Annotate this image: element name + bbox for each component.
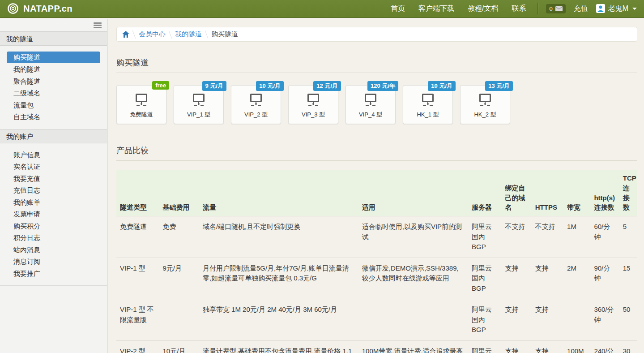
envelope-icon — [555, 6, 563, 11]
table-cell: 支持 — [532, 258, 563, 299]
price-badge: 13 元/月 — [485, 81, 513, 91]
table-body: 免费隧道免费域名/端口随机,且不定时强制更换适合临时使用,以及购买VIP前的测试… — [116, 216, 637, 353]
table-row: VIP-1 型 不限流量版独享带宽 1M 20元/月 2M 40元/月 3M 6… — [116, 299, 637, 341]
product-card[interactable]: 10 元/月VIP_2 型 — [231, 85, 281, 124]
price-badge: 12 元/月 — [313, 81, 341, 91]
chevron-down-icon — [632, 8, 637, 10]
table-cell: 支持 — [501, 299, 531, 341]
product-card-label: VIP_4 型 — [348, 111, 393, 119]
sidebar-item[interactable]: 我要充值 — [0, 173, 107, 185]
breadcrumb-link-my-tunnels[interactable]: 我的隧道 — [175, 30, 202, 39]
table-cell: 月付用户限制流量5G/月,年付7G/月.账单日流量清零,如超流量可单独购买流量包… — [199, 258, 358, 299]
top-header: NATAPP.cn 首页客户端下载教程/文档联系 0 充值 老鬼M — [0, 0, 644, 18]
sidebar-toggle-icon[interactable] — [94, 22, 102, 29]
table-row: VIP-1 型9元/月月付用户限制流量5G/月,年付7G/月.账单日流量清零,如… — [116, 258, 637, 299]
table-cell: 阿里云国内BGP — [468, 340, 501, 353]
product-card-label: HK_2 型 — [462, 111, 508, 119]
monitor-icon — [176, 93, 222, 108]
table-cell: 30 — [619, 340, 637, 353]
sidebar-item[interactable]: 充值日志 — [0, 185, 107, 197]
product-card[interactable]: 10 元/月HK_1 型 — [403, 85, 453, 124]
header-separator — [537, 3, 538, 14]
compare-table: 隧道类型基础费用流量适用服务器绑定自己的域名HTTPS带宽http(s)连接数T… — [116, 170, 637, 353]
nav-item[interactable]: 教程/文档 — [468, 4, 498, 13]
sidebar-item[interactable]: 我的隧道 — [0, 64, 107, 76]
price-badge: 10 元/月 — [256, 81, 284, 91]
sidebar-divider — [0, 285, 107, 286]
product-compare-section: 产品比较 隧道类型基础费用流量适用服务器绑定自己的域名HTTPS带宽http(s… — [116, 145, 637, 353]
product-card[interactable]: 9 元/月VIP_1 型 — [174, 85, 224, 124]
message-badge[interactable]: 0 — [546, 4, 565, 13]
brand-title: NATAPP.cn — [23, 4, 73, 14]
table-cell: 阿里云国内BGP — [468, 299, 501, 341]
breadcrumb: 会员中心 我的隧道 购买隧道 — [116, 27, 637, 42]
message-count: 0 — [549, 5, 552, 12]
sidebar-item[interactable]: 二级域名 — [0, 87, 107, 99]
table-header-cell: TCP连接数 — [619, 170, 637, 216]
table-header-cell: 绑定自己的域名 — [501, 170, 531, 216]
nav-item[interactable]: 首页 — [391, 4, 405, 13]
table-cell: 90/分钟 — [590, 258, 619, 299]
monitor-icon — [119, 93, 164, 108]
sidebar-item[interactable]: 流量包 — [0, 99, 107, 112]
home-icon[interactable] — [122, 31, 129, 38]
recharge-link[interactable]: 充值 — [574, 4, 588, 13]
table-header-cell: 流量 — [199, 170, 358, 216]
table-cell: 适合临时使用,以及购买VIP前的测试 — [358, 216, 468, 258]
sidebar-item[interactable]: 账户信息 — [0, 149, 107, 161]
breadcrumb-divider — [169, 30, 172, 39]
table-cell: 支持 — [501, 340, 531, 353]
table-cell: VIP-2 型 — [116, 340, 159, 353]
table-cell: 100M — [563, 340, 590, 353]
table-header-row: 隧道类型基础费用流量适用服务器绑定自己的域名HTTPS带宽http(s)连接数T… — [116, 170, 637, 216]
table-header-cell: 服务器 — [468, 170, 501, 216]
compare-section-title: 产品比较 — [116, 145, 637, 161]
buy-section-title: 购买隧道 — [116, 57, 637, 73]
sidebar-item[interactable]: 消息订阅 — [0, 256, 107, 268]
sidebar-item[interactable]: 购买积分 — [0, 220, 107, 232]
brand[interactable]: NATAPP.cn — [7, 3, 73, 14]
sidebar-list: 账户信息实名认证我要充值充值日志我的账单发票申请购买积分积分日志站内消息消息订阅… — [0, 143, 107, 286]
sidebar-item[interactable]: 聚合隧道 — [0, 76, 107, 88]
sidebar-item[interactable]: 站内消息 — [0, 244, 107, 256]
table-header-cell: 隧道类型 — [116, 170, 159, 216]
user-avatar-icon — [596, 4, 605, 13]
main-content: 会员中心 我的隧道 购买隧道 购买隧道 free免费隧道9 元/月VIP_1 型… — [107, 18, 644, 353]
sidebar-section-title: 我的隧道 — [0, 31, 107, 46]
product-card[interactable]: 120 元/年VIP_4 型 — [345, 85, 396, 124]
table-header-cell: http(s)连接数 — [590, 170, 619, 216]
table-cell: 流量计费型,基础费用不包含流量费用,流量价格 1.1元/G — [199, 340, 358, 353]
breadcrumb-link-member-center[interactable]: 会员中心 — [139, 30, 166, 39]
table-cell: 阿里云国内BGP — [468, 258, 501, 299]
product-card[interactable]: free免费隧道 — [116, 85, 166, 124]
nav-item[interactable]: 客户端下载 — [418, 4, 454, 13]
table-cell: 不支持 — [532, 216, 563, 258]
table-cell: 支持 — [501, 258, 531, 299]
table-cell: 60/分钟 — [590, 216, 619, 258]
sidebar-item[interactable]: 积分日志 — [0, 232, 107, 244]
table-cell: 240/分钟 — [590, 340, 619, 353]
sidebar-item[interactable]: 购买隧道 — [7, 52, 100, 63]
username: 老鬼M — [608, 4, 628, 13]
product-card[interactable]: 12 元/月VIP_3 型 — [288, 85, 338, 124]
table-cell — [358, 299, 468, 341]
table-header-cell: 带宽 — [563, 170, 590, 216]
product-card[interactable]: 13 元/月HK_2 型 — [460, 85, 510, 124]
price-badge: free — [152, 81, 169, 90]
product-card-label: 免费隧道 — [119, 111, 164, 119]
sidebar-item[interactable]: 自主域名 — [0, 111, 107, 123]
sidebar-item[interactable]: 我的账单 — [0, 197, 107, 209]
sidebar-item[interactable]: 发票申请 — [0, 208, 107, 220]
top-right-group: 0 充值 老鬼M — [537, 3, 637, 14]
sidebar-section-title: 我的账户 — [0, 129, 107, 143]
table-cell: 支持 — [532, 299, 563, 341]
table-cell: 10元/月 — [159, 340, 199, 353]
sidebar: 我的隧道购买隧道我的隧道聚合隧道二级域名流量包自主域名我的账户账户信息实名认证我… — [0, 19, 107, 353]
sidebar-item[interactable]: 实名认证 — [0, 161, 107, 173]
table-cell: 微信开发,DEMO演示,SSH/3389,较少人数同时在线游戏等应用 — [358, 258, 468, 299]
monitor-icon — [290, 93, 336, 108]
table-cell: VIP-1 型 — [116, 258, 159, 299]
nav-item[interactable]: 联系 — [512, 4, 526, 13]
sidebar-item[interactable]: 我要推广 — [0, 268, 107, 280]
user-menu[interactable]: 老鬼M — [596, 4, 637, 13]
